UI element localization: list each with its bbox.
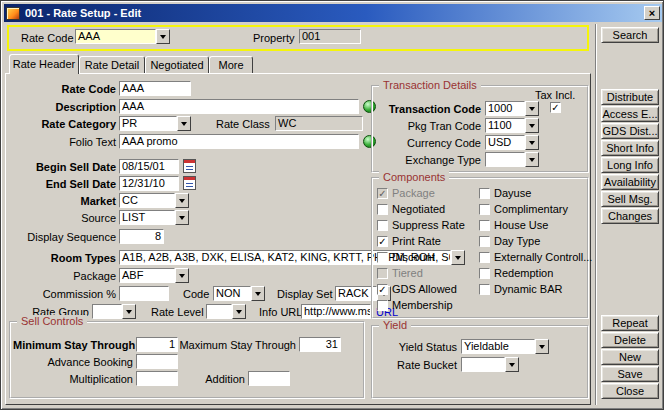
tab-more[interactable]: More bbox=[209, 56, 253, 73]
changes-button[interactable]: Changes bbox=[601, 208, 659, 224]
save-button[interactable]: Save bbox=[601, 366, 659, 382]
print-rate-checkbox[interactable]: ✓ Print Rate bbox=[377, 235, 441, 248]
folio-text-label: Folio Text bbox=[6, 135, 116, 149]
rate-bucket-combo[interactable] bbox=[461, 357, 519, 372]
header-rate-code-combo[interactable]: AAA bbox=[75, 29, 170, 44]
folio-text-field[interactable]: AAA promo bbox=[119, 134, 359, 149]
chevron-down-icon[interactable] bbox=[175, 193, 189, 208]
transaction-code-combo[interactable]: 1000 bbox=[485, 101, 539, 116]
calendar-icon[interactable] bbox=[183, 176, 196, 190]
chevron-down-icon[interactable] bbox=[525, 101, 539, 116]
search-button[interactable]: Search bbox=[601, 27, 659, 43]
delete-button[interactable]: Delete bbox=[601, 332, 659, 348]
chevron-down-icon[interactable] bbox=[535, 339, 549, 354]
discount-checkbox[interactable]: Discount bbox=[377, 251, 435, 264]
chevron-down-icon[interactable] bbox=[505, 357, 519, 372]
house-use-checkbox[interactable]: House Use bbox=[479, 219, 548, 232]
rate-level-label: Rate Level bbox=[151, 305, 204, 319]
new-button[interactable]: New bbox=[601, 349, 659, 365]
suppress-rate-checkbox[interactable]: Suppress Rate bbox=[377, 219, 465, 232]
calendar-icon[interactable] bbox=[183, 159, 196, 173]
end-sell-date-field[interactable]: 12/31/10 bbox=[119, 176, 179, 191]
rate-code-field[interactable]: AAA bbox=[119, 81, 191, 96]
commission-field[interactable] bbox=[119, 286, 169, 301]
tab-negotiated[interactable]: Negotiated bbox=[145, 56, 209, 73]
repeat-button[interactable]: Repeat bbox=[601, 315, 659, 331]
sell-msg-button[interactable]: Sell Msg. bbox=[601, 191, 659, 207]
advance-booking-field[interactable] bbox=[136, 354, 178, 369]
package-value: ABF bbox=[119, 268, 175, 283]
checkbox-icon bbox=[479, 220, 490, 231]
redemption-checkbox[interactable]: Redemption bbox=[479, 267, 553, 280]
tiered-checkbox[interactable]: Tiered bbox=[377, 267, 423, 280]
externally-controlled-checkbox[interactable]: Externally Controll... bbox=[479, 251, 592, 264]
currency-code-combo[interactable]: USD bbox=[485, 135, 539, 150]
rate-category-combo[interactable]: PR bbox=[119, 116, 191, 131]
window-title: 001 - Rate Setup - Edit bbox=[25, 7, 644, 19]
dynamic-bar-checkbox[interactable]: Dynamic BAR bbox=[479, 283, 562, 296]
info-url-field[interactable]: http://www.ms bbox=[301, 304, 371, 319]
package-combo[interactable]: ABF bbox=[119, 268, 189, 283]
code-label: Code bbox=[183, 287, 209, 301]
commission-label: Commission % bbox=[6, 287, 116, 301]
checkbox-icon: ✓ bbox=[550, 102, 561, 113]
chevron-down-icon[interactable] bbox=[525, 118, 539, 133]
gds-allowed-checkbox[interactable]: ✓ GDS Allowed bbox=[377, 283, 457, 296]
gds-dist-button[interactable]: GDS Dist... bbox=[601, 123, 659, 139]
distribute-button[interactable]: Distribute bbox=[601, 89, 659, 105]
title-bar[interactable]: 001 - Rate Setup - Edit × bbox=[4, 4, 662, 22]
tab-rate-header[interactable]: Rate Header bbox=[9, 54, 79, 74]
max-stay-field[interactable]: 31 bbox=[299, 337, 341, 352]
membership-checkbox[interactable]: Membership bbox=[377, 299, 453, 312]
rate-group-combo[interactable] bbox=[92, 304, 136, 319]
addition-field[interactable] bbox=[248, 371, 290, 386]
advance-booking-label: Advance Booking bbox=[13, 355, 133, 369]
pkg-tran-code-combo[interactable]: 1100 bbox=[485, 118, 539, 133]
market-combo[interactable]: CC bbox=[119, 193, 189, 208]
long-info-button[interactable]: Long Info bbox=[601, 157, 659, 173]
display-sequence-field[interactable]: 8 bbox=[119, 229, 164, 244]
dayuse-checkbox[interactable]: Dayuse bbox=[479, 187, 531, 200]
checkbox-icon bbox=[479, 188, 490, 199]
negotiated-checkbox[interactable]: Negotiated bbox=[377, 203, 445, 216]
source-label: Source bbox=[6, 211, 116, 225]
chevron-down-icon[interactable] bbox=[525, 135, 539, 150]
begin-sell-date-label: Begin Sell Date bbox=[6, 160, 116, 174]
yield-status-combo[interactable]: Yieldable bbox=[461, 339, 549, 354]
begin-sell-date-field[interactable]: 08/15/01 bbox=[119, 159, 179, 174]
tab-rate-detail[interactable]: Rate Detail bbox=[79, 56, 145, 73]
code-combo[interactable]: NON bbox=[213, 286, 265, 301]
chevron-down-icon[interactable] bbox=[175, 268, 189, 283]
chevron-down-icon[interactable] bbox=[175, 210, 189, 225]
min-stay-field[interactable]: 1 bbox=[136, 337, 178, 352]
checkbox-icon bbox=[377, 268, 388, 279]
close-button[interactable]: Close bbox=[601, 383, 659, 399]
source-combo[interactable]: LIST bbox=[119, 210, 189, 225]
chevron-down-icon[interactable] bbox=[122, 304, 136, 319]
multiplication-field[interactable] bbox=[136, 371, 178, 386]
checkbox-icon bbox=[479, 268, 490, 279]
checkbox-icon bbox=[377, 300, 388, 311]
complimentary-checkbox[interactable]: Complimentary bbox=[479, 203, 568, 216]
close-icon[interactable]: × bbox=[644, 6, 660, 20]
chevron-down-icon[interactable] bbox=[177, 116, 191, 131]
description-field[interactable]: AAA bbox=[119, 99, 359, 114]
availability-button[interactable]: Availability bbox=[601, 174, 659, 190]
tax-incl-checkbox[interactable]: ✓ bbox=[550, 101, 561, 114]
chevron-down-icon[interactable] bbox=[232, 304, 246, 319]
short-info-button[interactable]: Short Info bbox=[601, 140, 659, 156]
day-type-checkbox[interactable]: Day Type bbox=[479, 235, 540, 248]
market-value: CC bbox=[119, 193, 175, 208]
checkbox-icon: ✓ bbox=[377, 236, 388, 247]
description-label: Description bbox=[6, 100, 116, 114]
chevron-down-icon[interactable] bbox=[525, 152, 539, 167]
sell-controls-title: Sell Controls bbox=[17, 315, 87, 328]
chevron-down-icon[interactable] bbox=[251, 286, 265, 301]
package-checkbox[interactable]: ✓ Package bbox=[377, 187, 435, 200]
min-stay-label: Minimum Stay Through bbox=[13, 338, 133, 352]
checkbox-icon bbox=[479, 284, 490, 295]
rate-level-combo[interactable] bbox=[206, 304, 246, 319]
chevron-down-icon[interactable] bbox=[156, 29, 170, 44]
exchange-type-combo[interactable] bbox=[485, 152, 539, 167]
access-excl-button[interactable]: Access E... bbox=[601, 106, 659, 122]
